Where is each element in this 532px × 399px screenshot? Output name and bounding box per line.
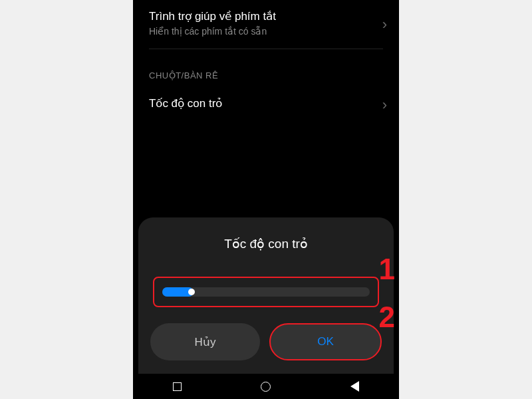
cancel-button[interactable]: Hủy [150,323,260,360]
list-item-title: Tốc độ con trỏ [149,96,386,110]
list-item-shortcut-helper[interactable]: Trình trợ giúp về phím tắt Hiển thị các … [133,0,399,49]
circle-icon [261,382,271,392]
nav-bar [133,374,399,399]
annotation-label-2: 2 [379,301,395,334]
chevron-right-icon: › [382,16,387,33]
dialog-buttons: Hủy OK [150,323,382,360]
square-icon [173,382,182,391]
pointer-speed-slider[interactable] [162,287,370,297]
list-item-pointer-speed[interactable]: Tốc độ con trỏ › [133,87,399,122]
dialog-title: Tốc độ con trỏ [150,236,382,251]
home-button[interactable] [261,381,271,392]
slider-thumb[interactable] [188,289,195,295]
phone-screen: Trình trợ giúp về phím tắt Hiển thị các … [133,0,399,399]
list-item-title: Trình trợ giúp về phím tắt [149,9,386,23]
pointer-speed-dialog: Tốc độ con trỏ Hủy OK [138,217,394,374]
settings-list: Trình trợ giúp về phím tắt Hiển thị các … [133,0,399,122]
section-header-mouse: CHUỘT/BÀN RÊ [133,49,399,87]
triangle-icon [350,381,359,392]
list-item-subtitle: Hiển thị các phím tắt có sẵn [149,26,386,37]
chevron-right-icon: › [382,96,387,114]
ok-button[interactable]: OK [269,323,382,360]
annotation-label-1: 1 [379,253,395,286]
annotation-box-1 [153,277,379,307]
recents-button[interactable] [172,381,183,392]
back-button[interactable] [349,381,360,392]
